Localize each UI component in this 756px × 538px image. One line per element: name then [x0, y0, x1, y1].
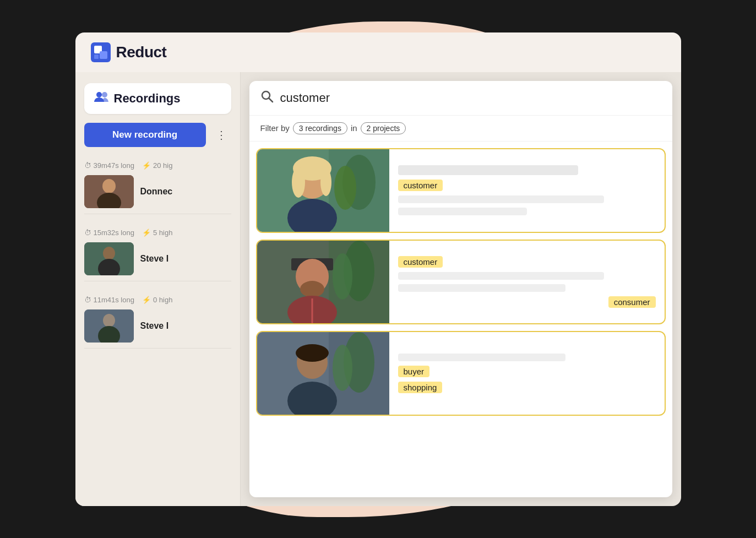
search-results: customer: [249, 142, 672, 497]
clock-icon: ⏱: [84, 229, 91, 237]
highlight-tag-shopping: shopping: [398, 382, 443, 393]
recording-thumbnail: [84, 309, 134, 343]
result-thumbnail: [257, 149, 389, 232]
filter-projects-badge[interactable]: 2 projects: [361, 122, 406, 134]
sidebar-recordings-label: Recordings: [114, 91, 181, 106]
search-input[interactable]: [280, 91, 661, 105]
duration-meta: ⏱ 15m32s long: [84, 229, 134, 237]
svg-point-23: [292, 167, 305, 198]
svg-point-24: [320, 169, 331, 196]
highlight-tag: customer: [398, 180, 443, 191]
sidebar: Recordings New recording ⋮ ⏱ 39m47s long…: [75, 72, 241, 506]
svg-point-13: [103, 314, 115, 327]
svg-point-20: [334, 166, 356, 210]
main-content: Recordings New recording ⋮ ⏱ 39m47s long…: [75, 72, 681, 506]
filter-in: in: [351, 123, 357, 133]
recording-thumbnail: [84, 242, 134, 275]
recording-meta: ⏱ 11m41s long ⚡ 0 high: [84, 296, 231, 304]
svg-point-4: [96, 92, 102, 97]
recording-thumbnail: [84, 175, 134, 208]
result-card[interactable]: customer consumer: [256, 240, 666, 324]
recording-preview[interactable]: Steve I: [84, 309, 231, 343]
recording-preview[interactable]: Donnec: [84, 175, 231, 208]
list-item: ⏱ 39m47s long ⚡ 20 hig: [84, 156, 231, 214]
search-icon: [260, 90, 274, 106]
more-options-button[interactable]: ⋮: [211, 124, 231, 146]
result-line: [398, 272, 604, 280]
highlights-meta: ⚡ 0 high: [142, 296, 172, 304]
svg-point-10: [103, 247, 115, 260]
result-content: buyer shopping: [389, 332, 665, 415]
recordings-tab[interactable]: Recordings: [84, 83, 231, 114]
filter-bar: Filter by 3 recordings in 2 projects: [249, 116, 672, 142]
recording-name: Donnec: [140, 187, 173, 197]
result-thumbnail: [257, 241, 389, 323]
result-content: customer: [389, 149, 665, 232]
list-item: ⏱ 15m32s long ⚡ 5 high: [84, 223, 231, 281]
highlight-icon: ⚡: [142, 229, 151, 237]
result-line: [398, 354, 565, 361]
new-recording-button[interactable]: New recording: [84, 123, 206, 147]
duration-meta: ⏱ 11m41s long: [84, 296, 134, 304]
highlight-tag-buyer: buyer: [398, 366, 430, 377]
svg-point-41: [296, 344, 329, 362]
logo: Reduct: [91, 42, 167, 62]
top-bar: Reduct: [75, 32, 681, 72]
svg-point-39: [333, 345, 352, 391]
action-row: New recording ⋮: [84, 123, 231, 147]
clock-icon: ⏱: [84, 161, 91, 170]
svg-point-29: [333, 253, 352, 300]
highlights-meta: ⚡ 5 high: [142, 229, 172, 237]
result-card[interactable]: buyer shopping: [256, 331, 666, 416]
result-title-bar: [398, 165, 579, 175]
result-line: [398, 208, 527, 215]
result-thumbnail: [257, 332, 389, 415]
recordings-icon: [94, 91, 108, 106]
app-container: Reduct Recordings New recordi: [75, 32, 681, 506]
result-card[interactable]: customer: [256, 148, 666, 233]
svg-rect-2: [100, 51, 107, 59]
logo-icon: [91, 42, 111, 62]
highlight-tag: customer: [398, 256, 443, 268]
duration-meta: ⏱ 39m47s long: [84, 161, 134, 170]
list-item: ⏱ 11m41s long ⚡ 0 high: [84, 290, 231, 349]
result-content: customer consumer: [389, 241, 665, 323]
result-line: [398, 195, 604, 203]
search-panel: Filter by 3 recordings in 2 projects: [249, 81, 672, 497]
svg-rect-3: [94, 55, 99, 59]
svg-point-7: [102, 179, 116, 193]
highlight-icon: ⚡: [142, 296, 151, 304]
recording-meta: ⏱ 39m47s long ⚡ 20 hig: [84, 161, 231, 170]
highlights-meta: ⚡ 20 hig: [142, 161, 172, 170]
result-line: [398, 284, 565, 292]
filter-recordings-badge[interactable]: 3 recordings: [293, 122, 347, 134]
recording-name: Steve I: [140, 321, 169, 331]
recording-name: Steve I: [140, 254, 169, 264]
recording-meta: ⏱ 15m32s long ⚡ 5 high: [84, 229, 231, 237]
app-name: Reduct: [116, 44, 167, 61]
highlight-icon: ⚡: [142, 161, 151, 170]
svg-point-5: [102, 92, 107, 97]
svg-line-16: [269, 98, 273, 102]
filter-prefix: Filter by: [260, 123, 290, 133]
recording-preview[interactable]: Steve I: [84, 242, 231, 275]
highlight-tag-consumer: consumer: [608, 296, 656, 308]
clock-icon: ⏱: [84, 296, 91, 304]
svg-point-33: [300, 281, 324, 297]
search-bar: [249, 81, 672, 116]
